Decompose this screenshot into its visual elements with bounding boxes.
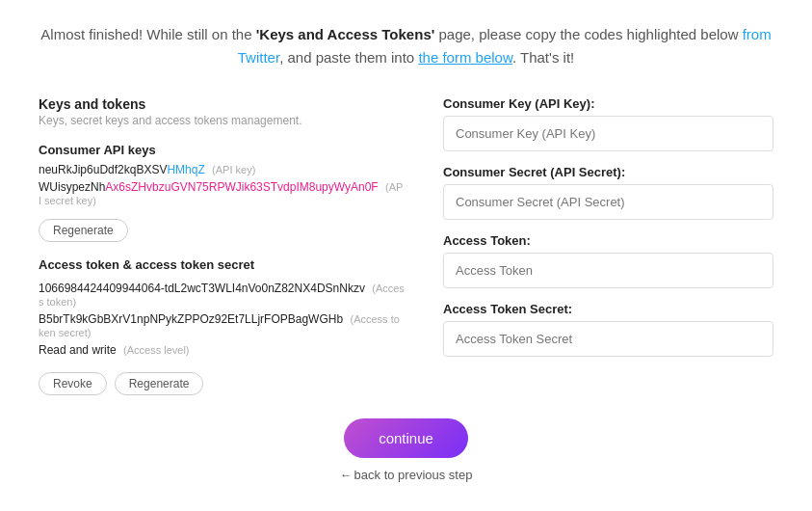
- access-token-secret-label: Access Token Secret:: [443, 302, 773, 316]
- consumer-key-group: Consumer Key (API Key):: [443, 96, 773, 151]
- access-token-secret-group: Access Token Secret:: [443, 302, 773, 357]
- consumer-secret-group: Consumer Secret (API Secret):: [443, 165, 773, 220]
- header-bold: 'Keys and Access Tokens': [256, 26, 435, 42]
- api-secret-highlight: Ax6sZHvbzuGVN75RPWJik63STvdpIM8upyWyAn0F: [105, 180, 378, 194]
- access-level-label: (Access level): [123, 344, 189, 356]
- access-level-value: Read and write: [39, 343, 117, 357]
- consumer-key-label: Consumer Key (API Key):: [443, 96, 773, 111]
- revoke-button[interactable]: Revoke: [39, 372, 107, 395]
- back-label: back to previous step: [354, 468, 473, 482]
- access-token-group: Access Token:: [443, 233, 773, 288]
- access-token-value: 1066984424409944064-tdL2wcT3WLI4nVo0nZ82…: [39, 282, 365, 295]
- api-key-label: (API key): [212, 164, 255, 175]
- main-content: Keys and tokens Keys, secret keys and ac…: [39, 96, 773, 395]
- access-section-label: Access token & access token secret: [39, 257, 405, 272]
- header-description: Almost finished! While still on the 'Key…: [39, 23, 773, 69]
- back-arrow-icon: ←: [340, 468, 353, 482]
- consumer-secret-input[interactable]: [443, 184, 773, 220]
- api-secret-row: WUisypezNhAx6sZHvbzuGVN75RPWJik63STvdpIM…: [39, 180, 405, 207]
- consumer-key-input[interactable]: [443, 116, 773, 151]
- access-token-field-label: Access Token:: [443, 233, 773, 248]
- form-link[interactable]: the form below: [418, 49, 512, 66]
- api-keys-section-label: Consumer API keys: [39, 143, 405, 157]
- header-intro: Almost finished! While still on the: [40, 26, 255, 42]
- regenerate-token-button[interactable]: Regenerate: [115, 372, 204, 395]
- access-token-buttons: Revoke Regenerate: [39, 364, 405, 395]
- access-token-secret-input[interactable]: [443, 321, 773, 357]
- footer: continue ←back to previous step: [39, 418, 773, 482]
- api-key-highlight: HMhqZ: [167, 163, 204, 176]
- access-token-row: 1066984424409944064-tdL2wcT3WLI4nVo0nZ82…: [39, 282, 405, 309]
- continue-button[interactable]: continue: [344, 418, 468, 458]
- header-post1: , and paste them into: [279, 49, 418, 66]
- panel-subtitle: Keys, secret keys and access tokens mana…: [39, 114, 405, 127]
- header-mid: page, please copy the codes highlighted …: [434, 26, 742, 42]
- back-link[interactable]: ←back to previous step: [39, 468, 773, 482]
- consumer-secret-label: Consumer Secret (API Secret):: [443, 165, 773, 179]
- header-post2: . That's it!: [512, 49, 574, 66]
- right-panel: Consumer Key (API Key): Consumer Secret …: [443, 96, 773, 395]
- access-token-input[interactable]: [443, 253, 773, 288]
- access-secret-row: B5brTk9kGbBXrV1npNPykZPPOz92Et7LLjrFOPBa…: [39, 312, 405, 339]
- panel-title: Keys and tokens: [39, 96, 405, 112]
- left-panel: Keys and tokens Keys, secret keys and ac…: [39, 96, 405, 395]
- api-key-value: neuRkJip6uDdf2kqBXSV: [39, 163, 167, 176]
- regenerate-api-button[interactable]: Regenerate: [39, 219, 128, 242]
- api-key-row: neuRkJip6uDdf2kqBXSVHMhqZ (API key): [39, 163, 405, 176]
- access-secret-value: B5brTk9kGbBXrV1npNPykZPPOz92Et7LLjrFOPBa…: [39, 312, 343, 326]
- api-secret-value: WUisypezNh: [39, 180, 105, 194]
- access-level-row: Read and write (Access level): [39, 343, 405, 357]
